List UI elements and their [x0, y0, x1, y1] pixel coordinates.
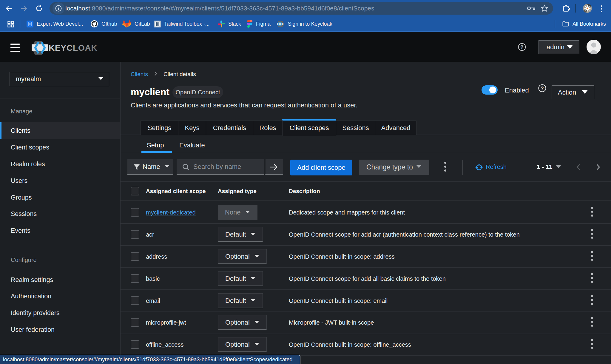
svg-text:?: ?	[541, 86, 544, 91]
svg-text:KEYCLOAK: KEYCLOAK	[49, 43, 98, 53]
svg-text:?: ?	[520, 44, 523, 50]
